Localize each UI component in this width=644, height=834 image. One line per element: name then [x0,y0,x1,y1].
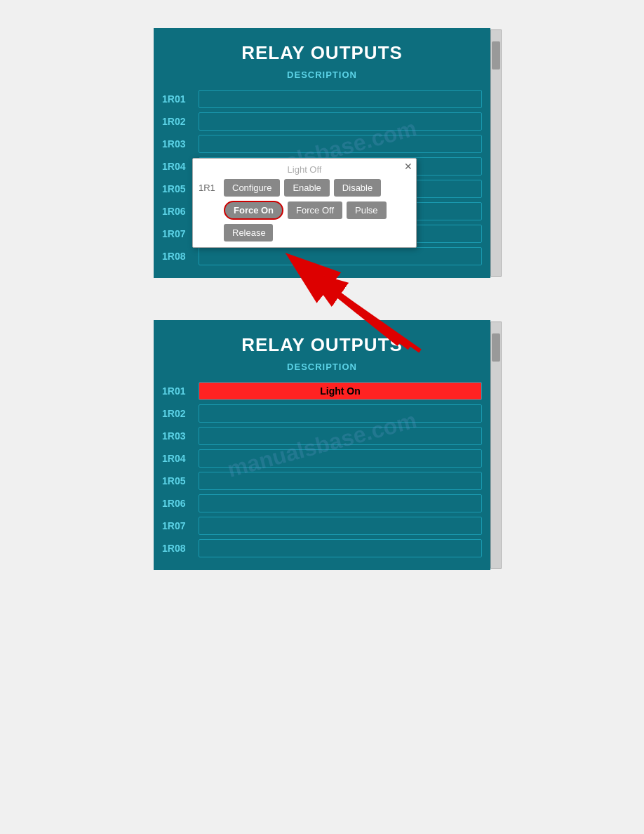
relay-row-label: 1R08 [162,543,199,554]
configure-button[interactable]: Configure [224,179,280,197]
context-menu-light-off: Light Off [199,164,410,175]
panel1-scrollbar[interactable] [490,29,502,277]
panel1-title: RELAY OUTPUTS [155,29,489,68]
relay-row-label: 1R07 [162,520,199,531]
context-menu-row3: Release [199,224,410,241]
relay-row-label: 1R04 [162,453,199,464]
table-row[interactable]: 1R07 [162,517,482,535]
panel1-wrapper: RELAY OUTPUTS DESCRIPTION 1R011R021R031R… [154,28,490,278]
relay-label-ctx: 1R1 [199,183,220,193]
table-row[interactable]: 1R03 [162,427,482,445]
context-menu: ✕ Light Off 1R1 Configure Enable Disable… [192,158,417,248]
panel1-subtitle: DESCRIPTION [155,68,489,87]
table-row[interactable]: 1R08 [162,539,482,557]
relay-row-label: 1R03 [162,430,199,442]
enable-button[interactable]: Enable [284,179,329,197]
relay-row-input[interactable] [199,449,482,468]
relay-row-input[interactable] [199,135,482,153]
table-row[interactable]: 1R08 [162,247,482,265]
scrollbar-thumb[interactable] [492,41,500,70]
table-row[interactable]: 1R06 [162,494,482,512]
relay-row-input[interactable] [199,539,482,557]
table-row[interactable]: 1R01 [162,90,482,108]
context-menu-row1: 1R1 Configure Enable Disable [199,179,410,197]
relay-row-input[interactable] [199,112,482,131]
table-row[interactable]: 1R03 [162,135,482,153]
panel2-wrapper: RELAY OUTPUTS DESCRIPTION 1R01Light On1R… [154,320,490,570]
context-menu-close[interactable]: ✕ [404,161,412,172]
relay-row-input[interactable] [199,247,482,265]
relay-row-label: 1R03 [162,138,199,150]
relay-row-input[interactable] [199,472,482,490]
relay-row-label: 1R05 [162,475,199,486]
panel2-title: RELAY OUTPUTS [155,322,489,360]
table-row[interactable]: 1R04 [162,449,482,468]
table-row[interactable]: 1R01Light On [162,382,482,400]
panel2-scrollbar[interactable] [490,322,502,569]
relay-row-label: 1R01 [162,385,199,397]
force-on-button[interactable]: Force On [224,201,283,220]
relay-panel-2: RELAY OUTPUTS DESCRIPTION 1R01Light On1R… [154,320,490,570]
relay-row-input[interactable] [199,404,482,423]
table-row[interactable]: 1R05 [162,472,482,490]
relay-row-input[interactable] [199,517,482,535]
relay-row-label: 1R06 [162,498,199,509]
relay-row-input[interactable] [199,427,482,445]
relay-row-label: 1R02 [162,408,199,419]
force-off-button[interactable]: Force Off [288,201,342,219]
relay-row-input[interactable] [199,90,482,108]
scrollbar-thumb-2[interactable] [492,333,500,362]
disable-button[interactable]: Disable [334,179,381,197]
relay-row-label: 1R08 [162,251,199,262]
panel2-rows: 1R01Light On1R021R031R041R051R061R071R08 [155,379,489,569]
relay-row-label: 1R01 [162,93,199,105]
relay-row-input[interactable] [199,494,482,512]
release-button[interactable]: Release [224,224,273,241]
table-row[interactable]: 1R02 [162,404,482,423]
table-row[interactable]: 1R02 [162,112,482,131]
relay-row-label: 1R02 [162,116,199,127]
relay-row-active-input[interactable]: Light On [199,382,482,400]
panel2-subtitle: DESCRIPTION [155,360,489,379]
context-menu-title-row: Light Off [199,164,410,175]
context-menu-row2: Force On Force Off Pulse [199,201,410,220]
pulse-button[interactable]: Pulse [347,201,387,219]
